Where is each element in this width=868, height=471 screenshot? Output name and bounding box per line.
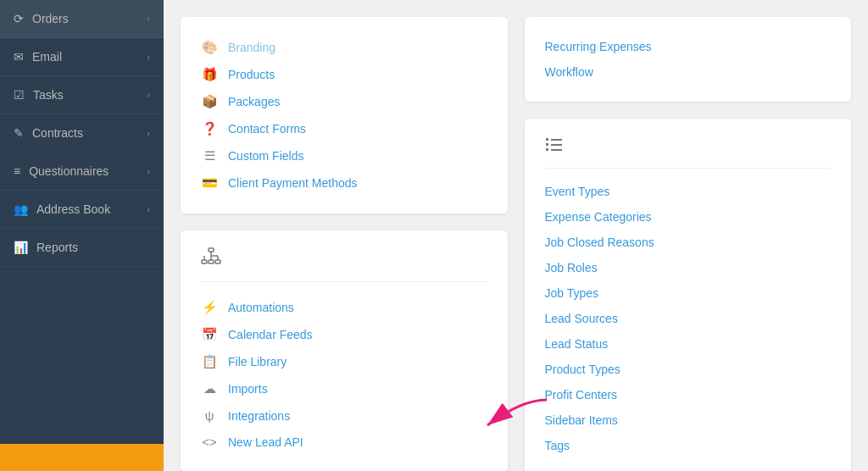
lists-card: Event TypesExpense CategoriesJob Closed … <box>525 119 852 471</box>
calendar-feeds-link[interactable]: Calendar Feeds <box>228 328 313 341</box>
integrations-icon: ψ <box>201 408 218 423</box>
list-link-product-types[interactable]: Product Types <box>545 358 832 380</box>
sidebar-item-address-book[interactable]: 👥 Address Book › <box>0 191 164 229</box>
new-lead-api-icon: <> <box>201 435 218 449</box>
file-library-icon: 📋 <box>201 354 218 369</box>
dm-link-new-lead-api[interactable]: <> New Lead API <box>201 429 487 455</box>
right-column: Recurring ExpensesWorkflow <box>525 17 852 454</box>
data-management-card: ⚡ Automations 📅 Calendar Feeds 📋 File Li… <box>181 230 508 471</box>
dm-link-file-library[interactable]: 📋 File Library <box>201 348 487 375</box>
list-link-lead-status[interactable]: Lead Status <box>545 333 832 355</box>
list-link-event-types[interactable]: Event Types <box>545 180 832 202</box>
list-link-job-roles[interactable]: Job Roles <box>545 257 832 279</box>
svg-rect-17 <box>546 143 548 146</box>
sidebar-label-contracts: Contracts <box>32 126 83 140</box>
left-column: 🎨 Branding 🎁 Products 📦 Packages ❓ Conta… <box>181 17 508 454</box>
automations-icon: ⚡ <box>201 300 218 315</box>
recurring-card: Recurring ExpensesWorkflow <box>525 17 852 102</box>
sidebar-item-email[interactable]: ✉ Email › <box>0 38 164 76</box>
tasks-icon: ☑ <box>14 88 25 102</box>
list-link-lead-sources[interactable]: Lead Sources <box>545 308 832 330</box>
sidebar-label-address-book: Address Book <box>36 202 110 216</box>
list-link-job-types[interactable]: Job Types <box>545 282 832 304</box>
dm-link-imports[interactable]: ☁ Imports <box>201 375 487 402</box>
sidebar-item-contracts[interactable]: ✎ Contracts › <box>0 114 164 152</box>
sidebar: ⟳ Orders › ✉ Email › ☑ Tasks › ✎ Contrac… <box>0 0 164 471</box>
list-icon <box>545 136 564 159</box>
svg-rect-3 <box>215 260 220 263</box>
list-link-tags[interactable]: Tags <box>545 435 832 457</box>
svg-rect-0 <box>209 248 214 252</box>
email-icon: ✉ <box>14 50 24 64</box>
file-library-link[interactable]: File Library <box>228 355 287 368</box>
reports-icon: 📊 <box>14 241 28 254</box>
workflow-link[interactable]: Workflow <box>545 65 593 79</box>
svg-rect-2 <box>209 260 214 263</box>
recurring-link-workflow[interactable]: Workflow <box>545 59 832 85</box>
custom-fields-link[interactable]: Custom Fields <box>228 149 303 163</box>
calendar-feeds-icon: 📅 <box>201 327 218 342</box>
automations-link[interactable]: Automations <box>228 301 294 314</box>
new-lead-api-link[interactable]: New Lead API <box>228 435 303 449</box>
sidebar-label-orders: Orders <box>32 12 69 25</box>
sidebar-item-questionnaires[interactable]: ≡ Questionnaires › <box>0 152 164 191</box>
packages-link[interactable]: Packages <box>228 95 280 108</box>
data-management-title <box>201 247 487 282</box>
svg-rect-18 <box>546 148 548 151</box>
contact-forms-link[interactable]: Contact Forms <box>228 122 306 136</box>
svg-rect-1 <box>202 260 207 263</box>
chevron-icon-questionnaires: › <box>147 166 150 176</box>
subscribe-button[interactable] <box>0 444 164 471</box>
address-book-icon: 👥 <box>14 202 28 216</box>
list-link-job-closed-reasons[interactable]: Job Closed Reasons <box>545 231 832 253</box>
org-chart-icon <box>201 247 221 273</box>
custom-fields-icon: ☰ <box>201 148 218 163</box>
chevron-icon-orders: › <box>147 14 150 24</box>
list-link-profit-centers[interactable]: Profit Centers <box>545 384 832 406</box>
products-icon: 🎁 <box>201 67 218 82</box>
lists-title <box>545 136 832 169</box>
client-payment-methods-icon: 💳 <box>201 175 218 191</box>
integrations-link[interactable]: Integrations <box>228 409 290 423</box>
questionnaires-icon: ≡ <box>14 164 20 178</box>
imports-link[interactable]: Imports <box>228 382 268 396</box>
settings-link-packages[interactable]: 📦 Packages <box>201 88 487 115</box>
orders-icon: ⟳ <box>14 12 24 25</box>
settings-card: 🎨 Branding 🎁 Products 📦 Packages ❓ Conta… <box>181 17 508 213</box>
list-link-sidebar-items[interactable]: Sidebar Items <box>545 409 832 431</box>
sidebar-label-questionnaires: Questionnaires <box>29 164 108 178</box>
sidebar-item-reports[interactable]: 📊 Reports <box>0 229 164 267</box>
settings-link-client-payment-methods[interactable]: 💳 Client Payment Methods <box>201 169 487 197</box>
sidebar-item-tasks[interactable]: ☑ Tasks › <box>0 76 164 114</box>
chevron-icon-address-book: › <box>147 204 150 214</box>
recurring-link-recurring-expenses[interactable]: Recurring Expenses <box>545 34 832 59</box>
dm-link-calendar-feeds[interactable]: 📅 Calendar Feeds <box>201 321 487 348</box>
sidebar-item-orders[interactable]: ⟳ Orders › <box>0 0 164 38</box>
branding-icon: 🎨 <box>201 40 218 55</box>
chevron-icon-email: › <box>147 52 150 62</box>
settings-link-branding[interactable]: 🎨 Branding <box>201 34 487 61</box>
client-payment-methods-link[interactable]: Client Payment Methods <box>228 176 358 190</box>
branding-link[interactable]: Branding <box>228 41 275 54</box>
sidebar-label-email: Email <box>32 50 62 64</box>
dm-link-automations[interactable]: ⚡ Automations <box>201 294 487 321</box>
main-content: 🎨 Branding 🎁 Products 📦 Packages ❓ Conta… <box>164 0 868 471</box>
svg-rect-16 <box>546 138 548 141</box>
list-link-expense-categories[interactable]: Expense Categories <box>545 206 832 228</box>
sidebar-label-tasks: Tasks <box>33 88 64 102</box>
settings-link-custom-fields[interactable]: ☰ Custom Fields <box>201 142 487 169</box>
packages-icon: 📦 <box>201 94 218 109</box>
recurring-expenses-link[interactable]: Recurring Expenses <box>545 40 652 53</box>
imports-icon: ☁ <box>201 381 218 396</box>
chevron-icon-contracts: › <box>147 128 150 138</box>
contact-forms-icon: ❓ <box>201 121 218 136</box>
chevron-icon-tasks: › <box>147 90 150 100</box>
products-link[interactable]: Products <box>228 68 275 81</box>
dm-link-integrations[interactable]: ψ Integrations <box>201 402 487 429</box>
contracts-icon: ✎ <box>14 126 24 140</box>
settings-link-products[interactable]: 🎁 Products <box>201 61 487 88</box>
sidebar-label-reports: Reports <box>36 241 78 254</box>
settings-link-contact-forms[interactable]: ❓ Contact Forms <box>201 115 487 142</box>
